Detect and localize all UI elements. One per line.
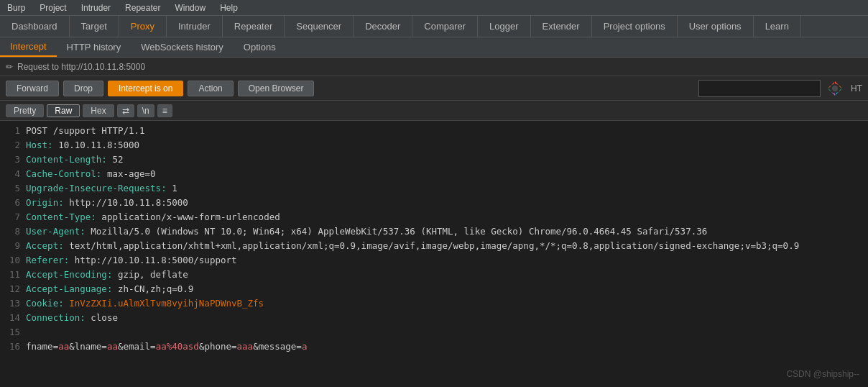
menu-project[interactable]: Project [32,1,73,14]
pencil-icon: ✏ [6,62,13,72]
lines-container: 1POST /support HTTP/1.12Host: 10.10.11.8… [6,124,862,354]
info-bar: ✏ Request to http://10.10.11.8:5000 [0,58,868,76]
line-number: 1 [6,124,20,138]
toolbar: Forward Drop Intercept is on Action Open… [0,76,868,101]
line-content: Cache-Control: max-age=0 [26,167,156,181]
line-number: 8 [6,224,20,239]
line-content: POST /support HTTP/1.1 [26,124,145,138]
line-number: 15 [6,325,20,340]
menu-help[interactable]: Help [213,1,245,14]
table-row: 9Accept: text/html,application/xhtml+xml… [6,239,862,253]
pretty-button[interactable]: Pretty [6,104,44,117]
drop-button[interactable]: Drop [63,81,103,96]
line-number: 4 [6,167,20,181]
menu-intruder[interactable]: Intruder [74,1,118,14]
menu-window[interactable]: Window [167,1,213,14]
tab-repeater[interactable]: Repeater [223,16,285,37]
line-number: 3 [6,152,20,167]
line-content: Accept: text/html,application/xhtml+xml,… [26,239,799,253]
line-content: Upgrade-Insecure-Requests: 1 [26,181,177,196]
table-row: 1POST /support HTTP/1.1 [6,124,862,138]
line-content: Accept-Language: zh-CN,zh;q=0.9 [26,282,193,296]
tab-extender[interactable]: Extender [531,16,592,37]
menu-bar: Burp Project Intruder Repeater Window He… [0,0,868,16]
tab-target[interactable]: Target [70,16,119,37]
subtab-http-history[interactable]: HTTP history [57,37,131,57]
line-content: Accept-Encoding: gzip, deflate [26,268,188,282]
line-number: 9 [6,239,20,253]
table-row: 11Accept-Encoding: gzip, deflate [6,268,862,282]
line-content: Origin: http://10.10.11.8:5000 [26,196,188,210]
tab-dashboard[interactable]: Dashboard [0,16,70,37]
table-row: 3Content-Length: 52 [6,152,862,167]
hex-button[interactable]: Hex [83,104,114,117]
line-number: 6 [6,196,20,210]
subtab-options[interactable]: Options [234,37,286,57]
svg-point-1 [832,86,838,91]
menu-icon[interactable]: ≡ [157,104,172,117]
tab-intruder[interactable]: Intruder [167,16,223,37]
action-button[interactable]: Action [188,81,233,96]
search-input[interactable] [698,80,821,97]
forward-button[interactable]: Forward [6,81,59,96]
table-row: 15 [6,325,862,340]
table-row: 2Host: 10.10.11.8:5000 [6,138,862,152]
line-number: 14 [6,311,20,325]
line-content: Host: 10.10.11.8:5000 [26,138,139,152]
tab-decoder[interactable]: Decoder [354,16,412,37]
menu-burp[interactable]: Burp [0,1,32,14]
newline-icon[interactable]: \n [137,104,154,117]
content-area: 1POST /support HTTP/1.12Host: 10.10.11.8… [0,121,868,387]
table-row: 8User-Agent: Mozilla/5.0 (Windows NT 10.… [6,224,862,239]
subtab-intercept[interactable]: Intercept [0,37,57,57]
intercept-button[interactable]: Intercept is on [108,81,183,96]
tab-learn[interactable]: Learn [754,16,801,37]
line-number: 10 [6,253,20,268]
line-content: Content-Type: application/x-www-form-url… [26,210,280,224]
line-number: 12 [6,282,20,296]
burp-logo [826,80,844,97]
line-number: 11 [6,268,20,282]
tab-logger[interactable]: Logger [478,16,530,37]
tab-proxy[interactable]: Proxy [119,16,167,37]
tab-project-options[interactable]: Project options [592,16,678,37]
tab-comparer[interactable]: Comparer [412,16,478,37]
table-row: 7Content-Type: application/x-www-form-ur… [6,210,862,224]
line-number: 16 [6,340,20,354]
line-content: Referer: http://10.10.11.8:5000/support [26,253,237,268]
table-row: 5Upgrade-Insecure-Requests: 1 [6,181,862,196]
table-row: 16fname=aa&lname=aa&email=aa%40asd&phone… [6,340,862,354]
format-bar: Pretty Raw Hex ⇄ \n ≡ [0,101,868,121]
raw-button[interactable]: Raw [47,104,80,117]
table-row: 14Connection: close [6,311,862,325]
line-content: Content-Length: 52 [26,152,123,167]
line-number: 2 [6,138,20,152]
tab-sequencer[interactable]: Sequencer [285,16,354,37]
line-content: Cookie: InVzZXIi.uAlmXlTvm8vyihjNaPDWnvB… [26,296,264,311]
indent-icon[interactable]: ⇄ [117,104,134,117]
line-number: 5 [6,181,20,196]
line-content: fname=aa&lname=aa&email=aa%40asd&phone=a… [26,340,307,354]
menu-repeater[interactable]: Repeater [118,1,167,14]
sub-tabs: Intercept HTTP history WebSockets histor… [0,37,868,58]
line-content: User-Agent: Mozilla/5.0 (Windows NT 10.0… [26,224,707,239]
table-row: 13Cookie: InVzZXIi.uAlmXlTvm8vyihjNaPDWn… [6,296,862,311]
line-number: 7 [6,210,20,224]
table-row: 12Accept-Language: zh-CN,zh;q=0.9 [6,282,862,296]
line-number: 13 [6,296,20,311]
request-info: Request to http://10.10.11.8:5000 [17,62,145,72]
ht-label: HT [851,83,862,94]
main-tabs: Dashboard Target Proxy Intruder Repeater… [0,16,868,37]
table-row: 6Origin: http://10.10.11.8:5000 [6,196,862,210]
table-row: 4Cache-Control: max-age=0 [6,167,862,181]
tab-user-options[interactable]: User options [678,16,754,37]
table-row: 10Referer: http://10.10.11.8:5000/suppor… [6,253,862,268]
watermark: CSDN @shipship-- [786,368,859,381]
line-content: Connection: close [26,311,118,325]
open-browser-button[interactable]: Open Browser [238,81,315,96]
subtab-websockets-history[interactable]: WebSockets history [131,37,234,57]
